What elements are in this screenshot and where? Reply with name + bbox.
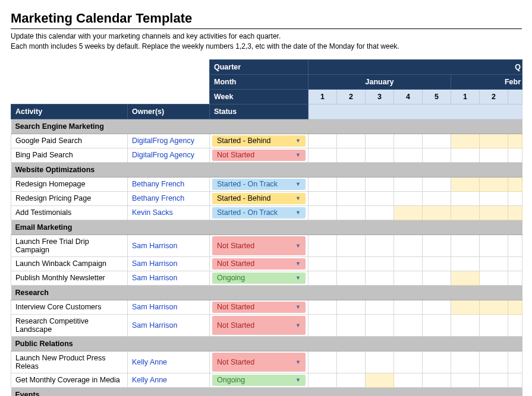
status-label: Not Started [217,242,254,250]
status-select[interactable]: Not Started ▼ [212,150,306,161]
chevron-down-icon: ▼ [295,210,301,216]
chevron-down-icon: ▼ [295,152,301,158]
owner-cell[interactable]: Sam Harrison [128,271,210,285]
section-events: Events [11,387,522,396]
activity-cell[interactable]: Publish Monthly Newsletter [11,271,128,285]
activity-cell[interactable]: Launch Free Trial Drip Campaign [11,235,128,256]
status-label: Started - On Track [217,180,278,188]
table-row: Launch Winback Campaign Sam Harrison Not… [11,256,522,271]
chevron-down-icon: ▼ [295,243,301,249]
owner-cell[interactable]: Sam Harrison [128,256,210,271]
activity-cell[interactable]: Bing Paid Search [11,148,128,162]
status-select[interactable]: Not Started ▼ [212,353,306,372]
table-row: Redesign Homepage Bethany French Started… [11,177,522,191]
status-select[interactable]: Started - Behind ▼ [212,193,306,204]
header-quarter-value: Q [309,59,522,74]
status-label: Started - On Track [217,208,278,217]
chevron-down-icon: ▼ [295,181,301,187]
activity-cell[interactable]: Redesign Homepage [11,177,128,191]
section-research: Research [11,285,522,300]
instructions: Update this calendar with your marketing… [11,31,532,52]
month-february: Febr [451,74,522,89]
table-row: Research Competitive Landscape Sam Harri… [11,314,522,336]
header-status: Status [210,104,309,119]
instruction-line-1: Update this calendar with your marketing… [11,32,281,40]
status-select[interactable]: Not Started ▼ [212,302,306,313]
chevron-down-icon: ▼ [295,377,301,383]
table-row: Redesign Pricing Page Bethany French Sta… [11,191,522,205]
activity-cell[interactable]: Get Monthly Coverage in Media [11,373,128,387]
owner-cell[interactable]: Kelly Anne [128,373,210,387]
chevron-down-icon: ▼ [295,138,301,144]
instruction-line-2: Each month includes 5 weeks by default. … [11,42,399,50]
owner-cell[interactable]: Kelly Anne [128,351,210,373]
owner-cell[interactable]: DigitalFrog Agency [128,148,210,162]
table-row: Launch Free Trial Drip Campaign Sam Harr… [11,235,522,256]
table-row: Interview Core Customers Sam Harrison No… [11,300,522,314]
activity-cell[interactable]: Launch Winback Campaign [11,256,128,271]
activity-cell[interactable]: Redesign Pricing Page [11,191,128,205]
week-jan-3[interactable]: 3 [366,89,394,104]
section-sem: Search Engine Marketing [11,119,522,134]
week-feb-1[interactable]: 1 [451,89,480,104]
owner-cell[interactable]: Sam Harrison [128,314,210,336]
header-quarter: Quarter [210,59,309,74]
chevron-down-icon: ▼ [295,359,301,365]
status-label: Started - Behind [217,194,270,202]
table-row: Publish Monthly Newsletter Sam Harrison … [11,271,522,285]
owner-cell[interactable]: Sam Harrison [128,235,210,256]
week-jan-1[interactable]: 1 [309,89,337,104]
section-pr: Public Relations [11,336,522,351]
week-jan-4[interactable]: 4 [394,89,423,104]
header-week: Week [210,89,309,104]
week-feb-2[interactable]: 2 [480,89,508,104]
chevron-down-icon: ▼ [295,195,301,201]
status-select[interactable]: Not Started ▼ [212,316,306,335]
table-row: Launch New Product Press Releas Kelly An… [11,351,522,373]
week-feb-3[interactable] [508,89,522,104]
owner-cell[interactable]: Bethany French [128,177,210,191]
status-label: Not Started [217,303,254,311]
owner-cell[interactable]: Kevin Sacks [128,205,210,220]
activity-cell[interactable]: Interview Core Customers [11,300,128,314]
status-select[interactable]: Started - On Track ▼ [212,207,306,218]
status-select[interactable]: Ongoing ▼ [212,375,306,386]
status-label: Ongoing [217,274,245,282]
status-select[interactable]: Not Started ▼ [212,236,306,255]
table-row: Get Monthly Coverage in Media Kelly Anne… [11,373,522,387]
table-row: Bing Paid Search DigitalFrog Agency Not … [11,148,522,162]
header-owner: Owner(s) [128,104,210,119]
activity-cell[interactable]: Add Testimonials [11,205,128,220]
header-weeks-spacer [309,104,522,119]
owner-cell[interactable]: Sam Harrison [128,300,210,314]
week-jan-5[interactable]: 5 [423,89,451,104]
section-web: Website Optimizations [11,162,522,177]
activity-cell[interactable]: Launch New Product Press Releas [11,351,128,373]
status-label: Not Started [217,259,254,268]
header-activity: Activity [11,104,128,119]
activity-cell[interactable]: Research Competitive Landscape [11,314,128,336]
chevron-down-icon: ▼ [295,304,301,310]
status-select[interactable]: Not Started ▼ [212,258,306,270]
header-month: Month [210,74,309,89]
section-email: Email Marketing [11,220,522,235]
page-title: Marketing Calendar Template [11,11,532,26]
table-row: Add Testimonials Kevin Sacks Started - O… [11,205,522,220]
status-label: Not Started [217,151,254,159]
status-select[interactable]: Started - Behind ▼ [212,135,306,147]
chevron-down-icon: ▼ [295,322,301,328]
status-label: Not Started [217,358,254,366]
month-january: January [309,74,451,89]
status-select[interactable]: Started - On Track ▼ [212,179,306,190]
status-label: Not Started [217,321,254,330]
status-select[interactable]: Ongoing ▼ [212,273,306,284]
calendar-table: Quarter Q Month January Febr Week 1 2 3 … [11,59,522,396]
status-label: Started - Behind [217,137,270,145]
title-divider [11,28,522,29]
owner-cell[interactable]: DigitalFrog Agency [128,134,210,148]
week-jan-2[interactable]: 2 [337,89,366,104]
chevron-down-icon: ▼ [295,275,301,281]
activity-cell[interactable]: Google Paid Search [11,134,128,148]
owner-cell[interactable]: Bethany French [128,191,210,205]
chevron-down-icon: ▼ [295,261,301,267]
